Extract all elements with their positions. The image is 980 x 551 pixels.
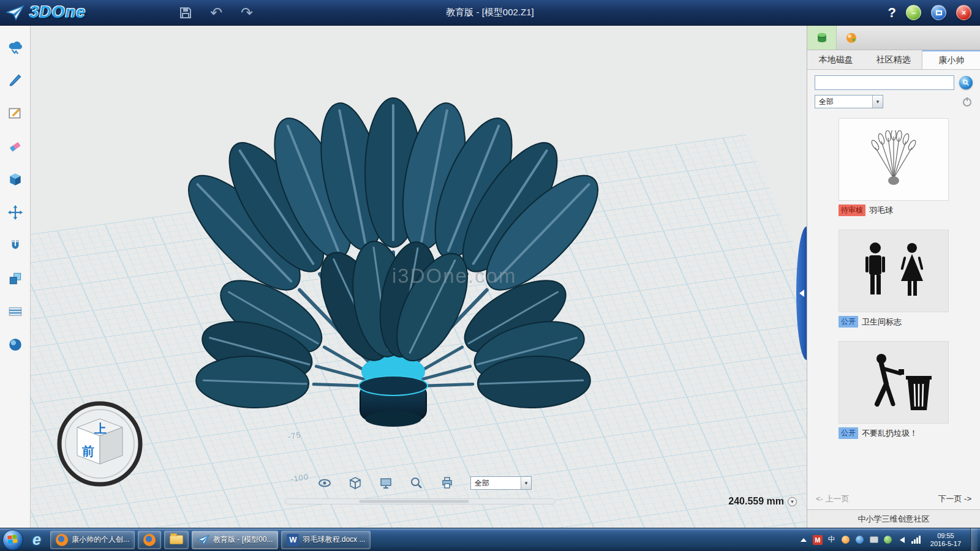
chevron-down-icon[interactable]: ▾: [521, 477, 531, 489]
3d-viewport[interactable]: i3DOne.com -25 -50 -75 -100: [31, 26, 807, 528]
tray-app-icon[interactable]: [841, 535, 851, 545]
community-footer-link[interactable]: 中小学三维创意社区: [807, 509, 980, 528]
maximize-icon: [936, 10, 942, 15]
tray-app-icon[interactable]: [855, 535, 865, 545]
show-desktop-button[interactable]: [970, 528, 978, 551]
view-toolbar: 全部 ▾: [317, 476, 532, 490]
taskbar-button-word[interactable]: W 羽毛球教程.docx ...: [281, 531, 371, 549]
system-tray: M 中 09:55 2016-5-17: [799, 528, 980, 551]
search-input[interactable]: [815, 75, 954, 90]
tab-community[interactable]: [837, 26, 866, 50]
model-card[interactable]: 待审核 羽毛球: [839, 118, 949, 216]
eraser-icon[interactable]: [7, 138, 23, 154]
view-navigation-cube[interactable]: 上 前: [54, 398, 146, 490]
close-button[interactable]: ×: [956, 5, 971, 20]
combine-icon[interactable]: [7, 271, 23, 287]
magnet-icon[interactable]: [7, 238, 23, 253]
titlebar-controls: ? – ×: [888, 5, 980, 21]
sketch-icon[interactable]: [7, 105, 23, 121]
measurement-readout: 240.559 mm ▾: [728, 496, 797, 507]
start-button[interactable]: [2, 530, 23, 550]
3done-app: 3DOne ↶ ↷ 教育版 - [模型002.Z1] ? – ×: [0, 0, 980, 551]
taskbar-button-browser[interactable]: 康小帅的个人创...: [50, 531, 135, 549]
navcube-top-label[interactable]: 上: [94, 422, 107, 435]
category-filter-select[interactable]: 全部 ▾: [815, 95, 883, 108]
model-name[interactable]: 不要乱扔垃圾！: [862, 428, 918, 439]
printer-icon[interactable]: [440, 476, 454, 490]
left-toolbar: [0, 26, 31, 528]
tray-app-icon[interactable]: [883, 535, 893, 545]
tray-app-icon[interactable]: [869, 535, 879, 545]
model-thumbnail[interactable]: [839, 341, 949, 424]
power-icon[interactable]: [962, 96, 973, 107]
help-button[interactable]: ?: [888, 5, 896, 21]
move-icon[interactable]: [7, 204, 23, 220]
measurement-unit-icon[interactable]: ▾: [788, 497, 797, 506]
panel-icon-tabs: [807, 26, 980, 50]
tab-user[interactable]: 康小帅: [922, 50, 980, 69]
model-caption: 待审核 羽毛球: [839, 204, 949, 216]
prev-page-button[interactable]: <- 上一页: [816, 493, 850, 504]
solid-cube-icon[interactable]: [7, 171, 23, 187]
keyboard-icon: [870, 536, 878, 543]
model-name[interactable]: 羽毛球: [869, 205, 893, 216]
scrollbar-thumb[interactable]: [359, 500, 469, 503]
tray-m-icon[interactable]: M: [813, 535, 823, 545]
next-page-button[interactable]: 下一页 ->: [938, 493, 971, 504]
shuttlecock-base: [359, 376, 428, 427]
volume-button[interactable]: [897, 535, 907, 545]
word-icon: W: [287, 534, 299, 546]
screen-icon[interactable]: [379, 476, 393, 490]
chevron-down-icon[interactable]: ▾: [872, 96, 883, 108]
chevron-up-icon: [801, 538, 807, 542]
main-area: i3DOne.com -25 -50 -75 -100: [0, 26, 980, 528]
brush-icon[interactable]: [7, 72, 23, 88]
minimize-button[interactable]: –: [906, 5, 921, 20]
pagination: <- 上一页 下一页 ->: [807, 491, 980, 509]
clock-date: 2016-5-17: [930, 540, 961, 548]
horizontal-scrollbar[interactable]: [285, 498, 556, 504]
display-filter-select[interactable]: 全部 ▾: [470, 476, 532, 490]
redo-button[interactable]: ↷: [239, 5, 255, 21]
language-indicator[interactable]: 中: [827, 535, 837, 545]
model-thumbnail[interactable]: [839, 230, 949, 312]
tab-library[interactable]: [807, 26, 837, 50]
display-cube-icon[interactable]: [348, 476, 363, 490]
visibility-eye-icon[interactable]: [317, 476, 332, 490]
model-card[interactable]: 公开 卫生间标志: [839, 230, 949, 328]
save-button[interactable]: [178, 5, 194, 21]
measurement-value: 240.559 mm: [728, 496, 784, 507]
navcube-front-label[interactable]: 前: [81, 444, 94, 458]
zoom-icon[interactable]: [409, 476, 424, 490]
tab-local-disk[interactable]: 本地磁盘: [807, 50, 865, 69]
model-caption: 公开 不要乱扔垃圾！: [839, 427, 949, 439]
taskbar-button-label: 教育版 - [模型00...: [213, 534, 273, 545]
model-card[interactable]: 公开 不要乱扔垃圾！: [839, 341, 949, 439]
hidden-icons-button[interactable]: [799, 535, 809, 545]
network-button[interactable]: [911, 535, 921, 545]
chevron-left-icon: [799, 290, 804, 297]
taskbar-button-explorer[interactable]: [164, 531, 189, 549]
paper-plane-icon: [197, 534, 209, 545]
taskbar-button-label: 羽毛球教程.docx ...: [303, 534, 365, 545]
internet-explorer-button[interactable]: e: [26, 531, 47, 549]
shuttlecock-sketch-thumbnail: [869, 130, 918, 189]
speaker-icon: [900, 537, 905, 543]
view-camera-icon[interactable]: [7, 39, 23, 55]
taskbar-button-3done[interactable]: 教育版 - [模型00...: [192, 531, 278, 549]
shuttlecock-model[interactable]: [147, 44, 643, 448]
file-actions: ↶ ↷: [178, 5, 255, 21]
sphere-icon[interactable]: [7, 337, 23, 353]
tab-community-featured[interactable]: 社区精选: [865, 50, 922, 69]
section-icon[interactable]: [7, 304, 23, 320]
filter-row: 全部 ▾: [807, 93, 980, 113]
taskbar-clock[interactable]: 09:55 2016-5-17: [925, 532, 966, 548]
titlebar: 3DOne ↶ ↷ 教育版 - [模型002.Z1] ? – ×: [0, 0, 980, 26]
maximize-button[interactable]: [931, 5, 946, 20]
taskbar-button-firefox[interactable]: [138, 531, 161, 549]
model-name[interactable]: 卫生间标志: [862, 317, 902, 328]
search-icon[interactable]: [959, 76, 973, 89]
status-badge: 待审核: [839, 204, 865, 216]
model-thumbnail[interactable]: [839, 118, 949, 201]
undo-button[interactable]: ↶: [208, 5, 224, 21]
